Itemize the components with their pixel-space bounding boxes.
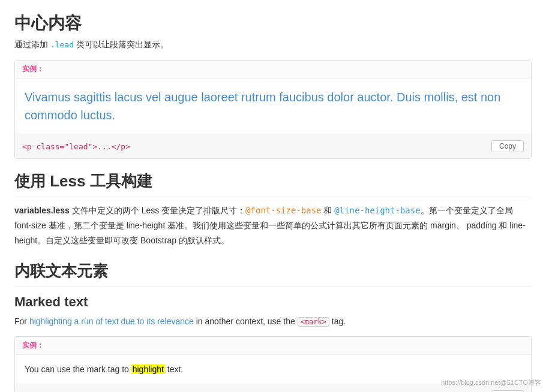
variables-text: variables.less 文件中定义的两个 Less 变量决定了排版尺寸：@… — [14, 203, 532, 249]
section3-title: 内联文本元素 — [14, 261, 532, 287]
example-box-1: 实例： Vivamus sagittis lacus vel augue lao… — [14, 60, 532, 159]
desc-highlight: highlighting a run of text due to its re… — [29, 316, 194, 326]
example-label-text-2: 实例： — [22, 341, 44, 349]
var2: @line-height-base — [334, 206, 420, 215]
subtitle-suffix: 类可以让段落突出显示。 — [76, 40, 169, 49]
lead-paragraph: Vivamus sagittis lacus vel augue laoreet… — [25, 88, 521, 124]
mark-example-text: You can use the mark tag to highlight te… — [25, 364, 521, 374]
copy-button-1[interactable]: Copy — [491, 140, 524, 152]
example-label-text-1: 实例： — [22, 65, 44, 73]
mark-text-before: You can use the mark tag to — [25, 364, 131, 374]
marked-desc: For highlighting a run of text due to it… — [14, 315, 532, 328]
marked-subtitle: Marked text — [14, 294, 532, 310]
mark-highlight: highlight — [131, 364, 165, 374]
mark-tag-label: <mark> — [298, 317, 329, 327]
lead-class-label: .lead — [50, 40, 74, 49]
example-content-1: Vivamus sagittis lacus vel augue laoreet… — [15, 79, 531, 134]
desc-text-3: tag. — [329, 316, 346, 326]
watermark: https://blog.csdn.net@51CTO博客 — [441, 378, 541, 387]
var-text-2: 文件中定义的两个 Less 变量决定了排版尺寸： — [70, 206, 245, 215]
subtitle-text: 通过添加 — [14, 40, 48, 49]
var-filename: variables.less — [14, 206, 70, 215]
subtitle: 通过添加 .lead 类可以让段落突出显示。 — [14, 40, 532, 50]
desc-text-1: For — [14, 316, 29, 326]
mark-text-after: text. — [165, 364, 183, 374]
desc-text-2: in another context, use the — [194, 316, 298, 326]
code-snippet-1: <p class="lead">...</p> — [22, 142, 130, 151]
var1: @font-size-base — [245, 206, 321, 215]
var-text-3: 和 — [322, 206, 335, 215]
section2-title: 使用 Less 工具构建 — [14, 171, 532, 197]
code-block-1: <p class="lead">...</p> Copy — [15, 134, 531, 158]
example-label-2: 实例： — [15, 337, 531, 355]
example-label-1: 实例： — [15, 61, 531, 79]
page-title: 中心内容 — [14, 12, 532, 35]
